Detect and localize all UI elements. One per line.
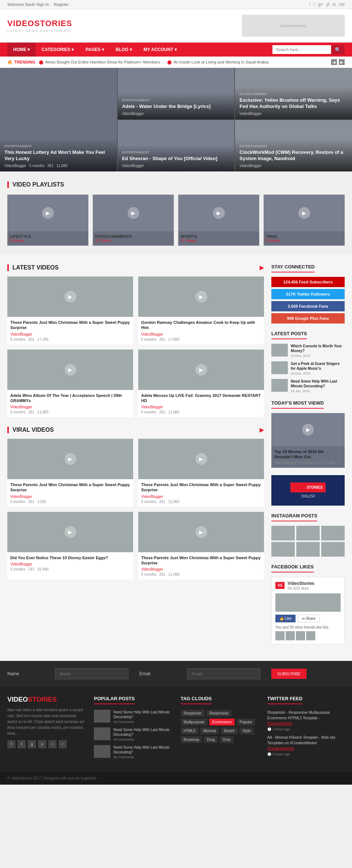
viral-video-1[interactable]: ▶ These Parents Just Won Christmas With … xyxy=(7,439,133,507)
tag-shopaholic[interactable]: Shopaholic xyxy=(181,710,205,717)
latest-posts-widget: LATEST POSTS Which Console Is Worth Your… xyxy=(271,331,345,393)
hero-item-5[interactable]: ENTERTAINMENT ClockWorkMod (CWM) Recover… xyxy=(235,120,352,171)
tag-bootstrap[interactable]: Bootstrap xyxy=(181,736,202,743)
facebook-icon[interactable]:  xyxy=(309,2,311,7)
latest-video-2[interactable]: ▶ Gordon Ramsay Challenges Amateur Cook … xyxy=(138,276,264,344)
youtube-icon[interactable]: yt xyxy=(326,2,329,7)
insta-thumb-6[interactable] xyxy=(321,542,345,557)
nav-pages[interactable]: PAGES ▾ xyxy=(80,43,110,57)
tag-sketch[interactable]: Sketch xyxy=(221,727,238,734)
instagram-icon[interactable]: in xyxy=(333,2,336,7)
hero-item-3[interactable]: ENTERTAINMENT Exclusive: Yellen Brushes … xyxy=(235,68,352,119)
footer-twitter-icon[interactable]: t xyxy=(18,740,26,748)
viral-video-2[interactable]: ▶ These Parents Just Won Christmas With … xyxy=(138,439,264,507)
tag-cloud: Shopaholic Responsive Multipurpose Ecomm… xyxy=(181,710,258,743)
rss-icon[interactable]: rss xyxy=(339,2,345,7)
footer-email-input[interactable] xyxy=(187,668,260,679)
trending-bar: 🔥 TRENDING ⬤ Ames Bought Out Entire Hami… xyxy=(0,57,352,68)
trending-next[interactable]: ▶ xyxy=(339,59,345,65)
banner-ad-widget[interactable]: VIDEO STORIES 300x250 xyxy=(271,475,345,506)
tag-responsive[interactable]: Responsive xyxy=(206,710,231,717)
tag-style[interactable]: Style xyxy=(239,727,253,734)
viral-header: VIRAL VIDEOS ▶ xyxy=(7,426,264,433)
footer-rss-icon[interactable]: r xyxy=(59,740,67,748)
footer-name-input[interactable] xyxy=(55,668,128,679)
tag-minimal[interactable]: Minimal xyxy=(200,727,219,734)
footer-twitter-title: TWITTER FEED xyxy=(267,696,302,704)
stay-connected-widget: STAY CONNECTED 124,456 Feed Subscribers … xyxy=(271,264,345,323)
footer-facebook-icon[interactable]: f xyxy=(7,740,15,748)
trending-prev[interactable]: ◀ xyxy=(331,59,337,65)
sidebar-post-3[interactable]: Need Some Help With Last Minute Decorati… xyxy=(271,379,345,393)
sidebar-post-1[interactable]: Which Console Is Worth Your Money? 26 De… xyxy=(271,344,345,358)
fb-like-button[interactable]: 👍 Like xyxy=(275,615,296,622)
today-card[interactable]: ▶ Top 10 Movies of 2016 We Shouldn't Mis… xyxy=(271,413,345,468)
insta-thumb-4[interactable] xyxy=(271,542,295,557)
playlist-count-entertainment: 15 Videos xyxy=(95,239,172,243)
footer-post-2[interactable]: Need Some Help With Last Minute Decorati… xyxy=(94,727,171,741)
hero-item-4[interactable]: ENTERTAINMENT Ed Sheeran - Shape of You … xyxy=(118,120,235,171)
footer-post-1[interactable]: Need Some Help With Last Minute Decorati… xyxy=(94,710,171,724)
tag-drag[interactable]: Drag xyxy=(204,736,218,743)
latest-meta-2: 5 months 261 17,865 xyxy=(141,337,261,341)
playlist-label-sports: SPORTS 21 Videos xyxy=(178,231,259,246)
twitter-icon[interactable]:  xyxy=(314,2,315,7)
latest-next-arrow[interactable]: ▶ xyxy=(260,264,264,271)
sidebar-post-2[interactable]: Get a Peek at Guest Singers for Apple Mu… xyxy=(271,361,345,375)
signin-link[interactable]: Sign In xyxy=(36,2,49,7)
fb-share-button[interactable]: ⇔ Share xyxy=(298,615,319,622)
tweet-link-1[interactable]: #DesignMarket xyxy=(267,721,292,726)
search-button[interactable]: 🔍 xyxy=(331,45,345,55)
tag-ecommerce[interactable]: Ecommerce xyxy=(209,719,235,726)
gplus-icon[interactable]: g+ xyxy=(318,2,323,7)
viral-next-arrow[interactable]: ▶ xyxy=(260,426,264,433)
insta-thumb-5[interactable] xyxy=(296,542,320,557)
footer-post-3[interactable]: Need Some Help With Last Minute Decorati… xyxy=(94,745,171,759)
nav-account[interactable]: MY ACCOUNT ▾ xyxy=(138,43,183,57)
banner-ad-brand: VIDEO STORIES xyxy=(290,482,326,492)
playlist-item-lifestyle[interactable]: ▶ LIFESTYLE 9 Videos xyxy=(7,195,88,246)
fb-avatar-4 xyxy=(306,631,315,640)
hero-section: ENTERTAINMENT This Honest Lottery Ad Won… xyxy=(0,68,352,171)
today-meta: VideoBlogger 5 months 461 17,665 xyxy=(274,461,342,465)
hero-item-2[interactable]: ENTERTAINMENT Adele - Water Under the Br… xyxy=(118,68,235,119)
nav-home[interactable]: HOME ▾ xyxy=(7,43,36,57)
tag-drop[interactable]: Drop xyxy=(220,736,234,743)
footer-popular-title: POPULAR POSTS xyxy=(94,696,135,704)
tag-html5[interactable]: HTML5 xyxy=(181,727,199,734)
tweet-link-2[interactable]: #CreativeMarket xyxy=(267,746,294,751)
facebook-like-btn[interactable]: 3,568 Facebook Fans xyxy=(271,301,345,311)
fb-page-info: VideoStories 56,503 likes xyxy=(287,581,314,590)
tag-popular[interactable]: Popular xyxy=(236,719,255,726)
twitter-follow-btn[interactable]: 517K Twitter Followers xyxy=(271,289,345,299)
youtube-subscribe-btn[interactable]: 124,456 Feed Subscribers xyxy=(271,277,345,287)
gplus-follow-btn[interactable]: 908 Google Plus Fans xyxy=(271,313,345,323)
viral-video-4[interactable]: ▶ These Parents Just Won Christmas With … xyxy=(138,512,264,580)
playlist-item-entertainment[interactable]: ▶ ENTERTAINMENTS 15 Videos xyxy=(93,195,174,246)
nav-blog[interactable]: BLOG ▾ xyxy=(110,43,138,57)
tweet-1: Shopaholic - Responsive Multipurpose Eco… xyxy=(267,710,345,731)
footer-youtube-icon[interactable]: y xyxy=(38,740,46,748)
viral-thumb-1: ▶ xyxy=(7,439,133,479)
latest-video-1[interactable]: ▶ These Parents Just Won Christmas With … xyxy=(7,276,133,344)
latest-video-4[interactable]: ▶ Adela Messes Up LIVE Fail: Grammy 2017… xyxy=(138,350,264,417)
register-link[interactable]: Register xyxy=(54,2,69,7)
insta-thumb-2[interactable] xyxy=(296,526,320,540)
nav-categories[interactable]: CATEGORIES ▾ xyxy=(36,43,80,57)
hero-item-large[interactable]: ENTERTAINMENT This Honest Lottery Ad Won… xyxy=(0,68,117,171)
hero-overlay-2: ENTERTAINMENT Adele - Water Under the Br… xyxy=(118,93,235,119)
footer-gplus-icon[interactable]: g xyxy=(28,740,36,748)
sidebar-post-thumb-1 xyxy=(271,344,288,357)
playlist-item-sports[interactable]: ▶ SPORTS 21 Videos xyxy=(178,195,259,246)
viral-video-3[interactable]: ▶ Did You Ever Notice These 10 Disney Ea… xyxy=(7,512,133,580)
playlist-item-viral[interactable]: ▶ VIRAL 8 Videos xyxy=(264,195,345,246)
search-input[interactable] xyxy=(272,45,331,54)
insta-thumb-3[interactable] xyxy=(321,526,345,540)
footer-instagram-icon[interactable]: i xyxy=(48,740,56,748)
footer-subscribe-button[interactable]: SUBSCRIBE xyxy=(271,669,307,679)
tag-multipurpose[interactable]: Multipurpose xyxy=(181,719,208,726)
playlists-section: VIDEO PLAYLISTS ▶ LIFESTYLE 9 Videos ▶ E… xyxy=(0,172,352,255)
insta-thumb-1[interactable] xyxy=(271,526,295,540)
hero-meta-2: VideoBlogger xyxy=(122,112,230,116)
latest-video-3[interactable]: ▶ Adela Wins Album Of The Year | Accepta… xyxy=(7,350,133,417)
